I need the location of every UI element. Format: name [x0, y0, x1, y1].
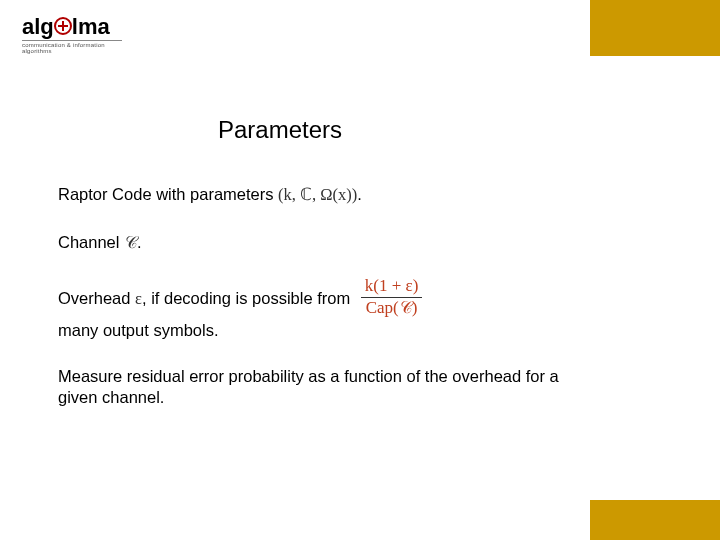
logo-mark-icon [54, 17, 72, 35]
p1-text: Raptor Code with parameters [58, 185, 278, 203]
slide-title: Parameters [0, 116, 560, 144]
logo: alglma [22, 14, 110, 40]
p3-prefix: Overhead [58, 289, 135, 307]
p2-text: Channel [58, 233, 124, 251]
p2-math: 𝒞 [124, 233, 137, 252]
decor-bar-bottom [590, 500, 720, 540]
decor-bar-top [590, 0, 720, 56]
slide-body: Raptor Code with parameters (k, ℂ, Ω(x))… [58, 184, 578, 434]
fraction-denominator: Cap(𝒞) [361, 298, 423, 318]
slide: alglma communication & information algor… [0, 0, 720, 540]
p3-eps: ε [135, 289, 142, 308]
logo-text-left: alg [22, 14, 54, 39]
paragraph-1: Raptor Code with parameters (k, ℂ, Ω(x))… [58, 184, 578, 206]
p3-line2: many output symbols. [58, 321, 219, 339]
logo-subtitle: communication & information algorithms [22, 40, 122, 54]
paragraph-2: Channel 𝒞. [58, 232, 578, 254]
p3-fraction: k(1 + ε) Cap(𝒞) [361, 277, 423, 317]
paragraph-4: Measure residual error probability as a … [58, 366, 578, 407]
p1-suffix: . [357, 185, 362, 203]
p2-suffix: . [137, 233, 142, 251]
p1-math: (k, ℂ, Ω(x)) [278, 185, 357, 204]
paragraph-3: Overhead ε, if decoding is possible from… [58, 279, 578, 340]
fraction-numerator: k(1 + ε) [361, 277, 423, 298]
p3-mid: , if decoding is possible from [142, 289, 355, 307]
logo-text-right: lma [72, 14, 110, 39]
